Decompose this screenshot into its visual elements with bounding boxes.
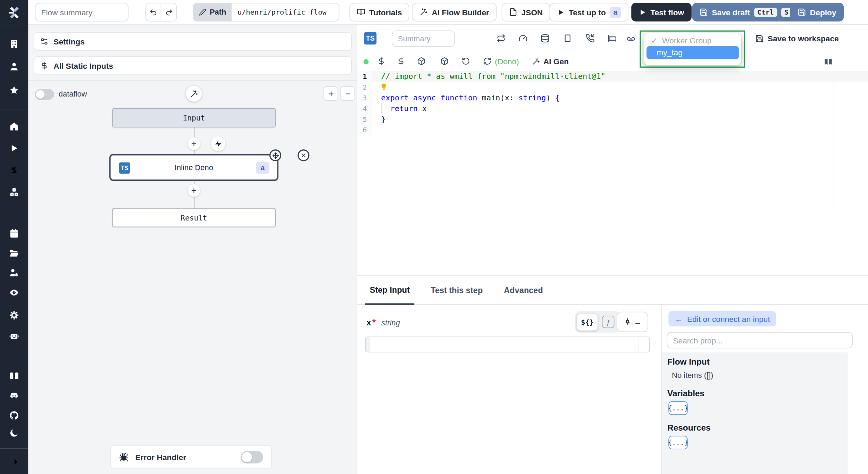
flow-input-node[interactable]: Input	[112, 108, 276, 127]
voicemail-tag-icon[interactable]	[627, 35, 635, 43]
insert-step-button[interactable]	[188, 138, 200, 150]
schedules-calendar-icon[interactable]	[0, 228, 28, 238]
code-line[interactable]: 6	[357, 125, 868, 135]
template-mode-toggle[interactable]: ${}	[577, 313, 598, 331]
input-mode-toggle-group: ${} ƒ	[575, 311, 620, 333]
error-handler-row[interactable]: Error Handler	[110, 445, 272, 469]
step-summary-input[interactable]	[392, 31, 455, 47]
reload-refresh-icon[interactable]	[483, 57, 491, 65]
workspace-building-icon[interactable]	[0, 39, 28, 49]
redo-button[interactable]	[161, 3, 176, 21]
code-line[interactable]: 2	[357, 82, 868, 92]
edit-or-connect-label: Edit or connect an input	[687, 314, 770, 323]
docs-book-icon[interactable]	[824, 58, 832, 66]
selected-tag-option[interactable]: my_tag	[646, 46, 739, 59]
panel-divider	[28, 80, 357, 81]
close-icon	[300, 152, 307, 158]
docs-book-icon[interactable]	[0, 371, 28, 381]
move-step-button[interactable]	[269, 149, 281, 161]
dataflow-label: dataflow	[59, 90, 87, 98]
groups-users-cog-icon[interactable]	[0, 268, 28, 278]
ai-wand-button[interactable]	[185, 85, 202, 102]
trigger-zap-button[interactable]	[211, 136, 225, 151]
variables-title: Variables	[667, 389, 842, 398]
dollar-icon	[40, 61, 48, 70]
zoom-in-button[interactable]	[324, 86, 338, 101]
code-line[interactable]: 5}	[357, 114, 868, 125]
save-icon	[755, 34, 763, 42]
dark-mode-moon-icon[interactable]	[0, 428, 28, 438]
code-editor[interactable]: 1// import * as wmill from "npm:windmill…	[357, 71, 868, 275]
dataflow-toggle[interactable]	[35, 89, 54, 100]
graph-edge	[194, 150, 194, 155]
lightbulb-icon[interactable]	[380, 83, 388, 94]
all-static-inputs-row[interactable]: All Static Inputs	[34, 56, 352, 75]
ai-flow-builder-button[interactable]: AI Flow Builder	[412, 3, 496, 22]
user-icon[interactable]	[0, 61, 28, 72]
tab-step-input[interactable]: Step Input	[365, 276, 414, 305]
path-value-input[interactable]	[232, 3, 339, 21]
code-line[interactable]: 3export async function main(x: string) {	[357, 92, 868, 103]
inline-deno-step-node[interactable]: TS Inline Deno a	[110, 155, 277, 180]
tab-advanced[interactable]: Advanced	[499, 276, 547, 305]
workers-robot-icon[interactable]	[0, 331, 28, 341]
input-node-label: Input	[183, 114, 205, 122]
insert-step-button[interactable]	[188, 184, 200, 197]
prop-search-input[interactable]	[667, 332, 853, 348]
resource-picker-dollar-icon[interactable]	[397, 57, 405, 65]
json-button[interactable]: JSON	[502, 3, 550, 22]
home-icon[interactable]	[0, 121, 28, 131]
delete-step-button[interactable]	[298, 149, 309, 161]
resources-boxes-icon[interactable]	[0, 187, 28, 197]
test-up-to-button[interactable]: Test up to a	[550, 3, 628, 22]
status-dot-icon	[364, 59, 369, 64]
suspend-phone-incoming-icon[interactable]	[586, 34, 595, 43]
github-icon[interactable]	[0, 410, 28, 421]
save-to-workspace-button[interactable]: Save to workspace	[755, 34, 838, 43]
zoom-out-button[interactable]	[341, 86, 355, 101]
sleep-bed-icon[interactable]	[608, 34, 617, 43]
argument-value-input[interactable]	[365, 336, 650, 352]
ai-gen-button[interactable]: AI Gen	[532, 57, 569, 66]
folders-icon[interactable]	[0, 248, 28, 258]
audit-logs-eye-icon[interactable]	[0, 288, 28, 298]
runs-play-icon[interactable]	[0, 143, 28, 153]
undo-icon	[149, 8, 157, 16]
cache-database-icon[interactable]	[541, 34, 550, 43]
function-mode-toggle[interactable]: ƒ	[602, 316, 615, 328]
variables-chip[interactable]: {...}	[668, 401, 687, 415]
deploy-button[interactable]: Deploy	[790, 3, 844, 22]
error-handler-toggle[interactable]	[241, 451, 263, 464]
flow-summary-input[interactable]	[35, 3, 128, 22]
expand-sidebar-arrow-icon[interactable]	[0, 457, 28, 467]
resources-chip[interactable]: {...}	[668, 436, 687, 449]
flow-result-node[interactable]: Result	[112, 208, 276, 227]
tutorials-button[interactable]: Tutorials	[350, 3, 409, 22]
flow-settings-row[interactable]: Settings	[34, 32, 352, 51]
retries-repeat-icon[interactable]	[496, 34, 506, 43]
connect-input-button[interactable]: →	[617, 312, 648, 332]
favorites-star-icon[interactable]	[0, 85, 28, 95]
undo-button[interactable]	[146, 3, 161, 21]
windmill-logo-icon[interactable]	[0, 5, 28, 20]
path-edit-button[interactable]: Path	[193, 3, 232, 21]
early-stop-gauge-icon[interactable]	[519, 34, 528, 43]
package-icon[interactable]	[417, 57, 425, 65]
discord-icon[interactable]	[0, 391, 28, 401]
worker-group-option[interactable]: ✓ Worker Group	[644, 33, 741, 46]
tab-test-this-step[interactable]: Test this step	[426, 276, 487, 305]
variables-dollar-icon[interactable]	[0, 165, 28, 175]
plug-icon	[623, 318, 632, 326]
code-line[interactable]: 4 return x	[357, 103, 868, 114]
test-flow-button[interactable]: Test flow	[631, 3, 691, 22]
edit-or-connect-button[interactable]: ← Edit or connect an input	[668, 311, 776, 326]
package-icon[interactable]	[440, 57, 449, 65]
save-draft-button[interactable]: Save draft Ctrl S	[692, 3, 799, 22]
reset-rotate-ccw-icon[interactable]	[462, 57, 470, 65]
mock-rectangle-icon[interactable]	[563, 34, 572, 43]
variable-picker-dollar-icon[interactable]	[377, 57, 385, 65]
code-line[interactable]: 1// import * as wmill from "npm:windmill…	[357, 71, 868, 82]
resources-title: Resources	[667, 423, 842, 433]
indent-guide	[381, 103, 382, 114]
settings-gear-icon[interactable]	[0, 310, 28, 320]
